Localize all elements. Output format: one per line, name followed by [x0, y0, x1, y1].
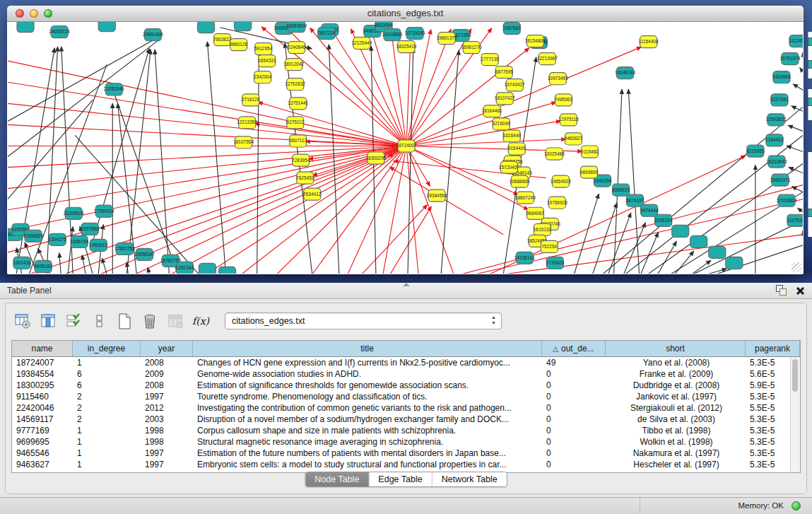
show-columns-button[interactable]: [40, 313, 57, 329]
network-node[interactable]: 18164461: [482, 105, 502, 117]
network-node[interactable]: 2342004: [254, 71, 272, 83]
scrollbar-thumb[interactable]: [792, 359, 798, 392]
network-node[interactable]: 9329966: [772, 71, 791, 83]
network-node[interactable]: 7634412: [303, 188, 322, 200]
network-node[interactable]: 17957253: [114, 243, 135, 255]
network-node[interactable]: 1107534: [787, 214, 803, 226]
network-node[interactable]: 9154409: [508, 143, 526, 155]
network-node[interactable]: 14136141: [514, 252, 535, 264]
tab-network-table[interactable]: Network Table: [433, 472, 507, 486]
network-node[interactable]: 9699695: [580, 166, 599, 178]
table-selector[interactable]: citations_edges.txt ▲▼: [225, 313, 502, 329]
network-node[interactable]: 10719185: [405, 28, 425, 40]
network-node[interactable]: 18325419: [396, 41, 417, 53]
tab-node-table[interactable]: Node Table: [305, 472, 369, 486]
network-node[interactable]: 9227341: [770, 94, 789, 106]
network-node[interactable]: 1450513: [90, 239, 108, 251]
network-node[interactable]: 7485063: [555, 94, 573, 106]
table-row[interactable]: 1456911722003Disruption of a novel membe…: [12, 414, 791, 425]
table-row[interactable]: 911546021997Tourette syndrome. Phenomeno…: [12, 391, 791, 402]
network-canvas[interactable]: 2405572420691406106552871527602846616010…: [8, 22, 803, 274]
network-node[interactable]: 11154408: [639, 36, 659, 48]
network-node[interactable]: [709, 246, 726, 258]
network-node[interactable]: 1901418: [13, 257, 31, 269]
tab-edge-table[interactable]: Edge Table: [369, 472, 432, 486]
network-node[interactable]: 19756928: [547, 197, 567, 209]
network-node[interactable]: 1394275: [48, 233, 66, 245]
network-node[interactable]: 17016504: [777, 194, 797, 206]
network-node[interactable]: 2718126: [242, 94, 260, 106]
table-row[interactable]: 1872400712008Changes of HCN gene express…: [12, 357, 791, 368]
network-node[interactable]: 9474444: [640, 204, 659, 216]
network-node[interactable]: [672, 225, 689, 237]
network-node[interactable]: 5912954: [254, 43, 273, 55]
float-panel-icon[interactable]: [776, 285, 787, 296]
table-row[interactable]: 969969511998Structural magnetic resonanc…: [12, 436, 791, 448]
network-node[interactable]: 20691406: [143, 29, 163, 41]
network-node[interactable]: 9275112: [286, 117, 304, 129]
new-table-button[interactable]: [116, 313, 133, 329]
network-node[interactable]: 10973493: [548, 73, 568, 85]
memory-indicator[interactable]: [792, 501, 801, 510]
network-node[interactable]: [17, 22, 34, 33]
network-node[interactable]: 10743427: [505, 79, 525, 91]
table-row[interactable]: 977716911998Corpus callosum shape and si…: [12, 425, 791, 436]
network-node[interactable]: 19384554: [427, 189, 447, 201]
network-node[interactable]: 18807249: [515, 192, 536, 204]
network-node[interactable]: [690, 235, 707, 247]
column-header-name[interactable]: name: [12, 341, 73, 356]
network-node[interactable]: 5905183: [34, 260, 52, 272]
network-node[interactable]: 1292344: [176, 262, 194, 274]
network-node[interactable]: 10688609: [510, 175, 530, 187]
network-node[interactable]: 19218586: [382, 29, 403, 41]
network-node[interactable]: 10025488: [544, 148, 565, 160]
network-node[interactable]: 12751441: [288, 98, 308, 110]
network-node[interactable]: 3216049: [493, 118, 511, 130]
network-node[interactable]: [199, 263, 216, 274]
network-node[interactable]: 9684067: [526, 207, 545, 219]
network-node[interactable]: 1777135: [481, 54, 500, 66]
network-node[interactable]: 19861375: [437, 33, 457, 45]
column-header-short[interactable]: short: [606, 341, 746, 356]
network-node[interactable]: 18107554: [233, 136, 254, 148]
network-node[interactable]: 1616449: [503, 130, 522, 142]
network-node[interactable]: 15751074: [780, 53, 801, 65]
network-node[interactable]: 11568829: [23, 230, 44, 242]
network-node[interactable]: 12752832: [285, 78, 305, 90]
network-node[interactable]: 24055724: [49, 26, 70, 38]
network-node[interactable]: 12213967: [537, 53, 558, 65]
network-node[interactable]: 7663822: [213, 34, 232, 46]
network-node[interactable]: 2087682: [503, 23, 522, 35]
network-node[interactable]: 16648784: [615, 67, 635, 79]
network-node[interactable]: 752254: [541, 240, 558, 252]
network-node[interactable]: 12093832: [765, 114, 786, 126]
network-node[interactable]: 3607113: [289, 135, 307, 147]
table-scrollbar[interactable]: [790, 357, 800, 472]
network-node[interactable]: 18724007: [396, 140, 417, 152]
table-row[interactable]: 946554611997Estimation of the future num…: [12, 448, 791, 459]
row-boxes-button[interactable]: [90, 313, 107, 329]
network-node[interactable]: 1645194: [71, 235, 89, 247]
window-resize-grip[interactable]: [792, 262, 801, 272]
network-node[interactable]: 20206526: [64, 207, 84, 219]
select-rows-button[interactable]: [65, 313, 82, 329]
split-collapse-arrow[interactable]: [403, 283, 410, 286]
network-node[interactable]: 7625452: [296, 172, 314, 184]
network-node[interactable]: 1112458: [789, 35, 803, 47]
column-header-year[interactable]: year: [141, 341, 193, 356]
network-node[interactable]: 12213359: [237, 117, 257, 129]
network-node[interactable]: 18012042: [283, 59, 304, 71]
network-node[interactable]: 6879197: [626, 194, 645, 206]
network-node[interactable]: 1733426: [546, 257, 565, 269]
network-node[interactable]: [219, 267, 236, 274]
network-node[interactable]: 21053346: [104, 83, 124, 95]
column-header-out_de[interactable]: △out_de...: [542, 341, 606, 356]
network-node[interactable]: 9115460: [581, 146, 599, 158]
column-header-in_degree[interactable]: in_degree: [73, 341, 141, 356]
network-node[interactable]: 17359924: [94, 205, 114, 217]
network-node[interactable]: 19654923: [551, 175, 571, 187]
network-node[interactable]: 9860128: [230, 39, 248, 51]
network-node[interactable]: 16107427: [495, 93, 515, 105]
network-node[interactable]: 12975115: [558, 114, 579, 126]
network-node[interactable]: 7857224: [317, 28, 336, 40]
